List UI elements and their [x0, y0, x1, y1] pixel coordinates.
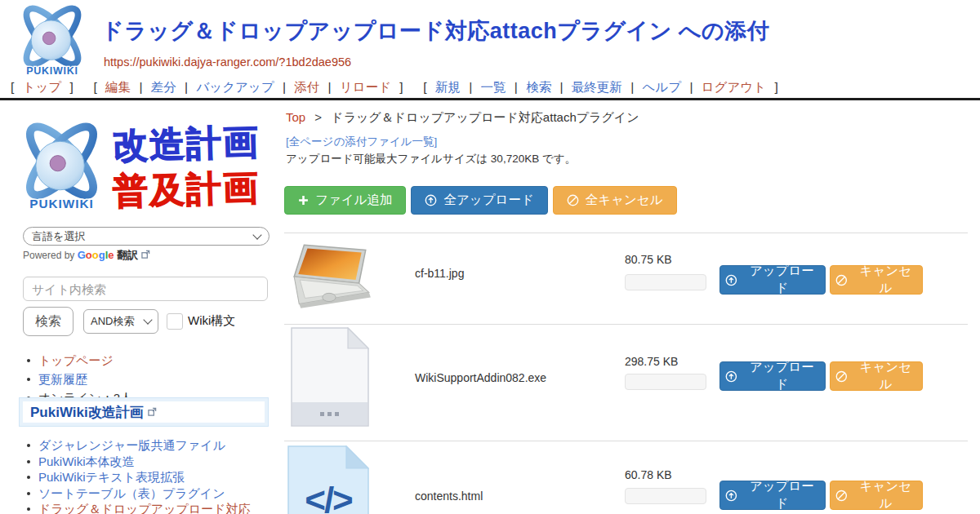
upload-button[interactable]: アップロード — [719, 265, 826, 295]
upload-progress-bar — [625, 274, 706, 290]
page-url-link[interactable]: https://pukiwiki.dajya-ranger.com/?1bd2d… — [104, 55, 351, 69]
bracket: [ — [423, 80, 426, 94]
bracket: [ — [11, 80, 14, 94]
row-divider — [284, 441, 968, 441]
sidebar-item-text-ext[interactable]: PukiWikiテキスト表現拡張 — [38, 470, 185, 484]
nav-item-logout[interactable]: ログアウト — [702, 80, 766, 94]
separator: | — [283, 80, 286, 94]
pukiwiki-logo[interactable] — [13, 3, 91, 82]
nav-item-help[interactable]: ヘルプ — [643, 80, 682, 94]
list-item: ダジャレンジャー版共通ファイル — [27, 438, 272, 452]
cancel-all-button[interactable]: 全キャンセル — [553, 186, 677, 215]
nav-item-reload[interactable]: リロード — [340, 80, 391, 94]
cancel-button[interactable]: キャンセル — [830, 265, 923, 295]
breadcrumb-home[interactable]: Top — [286, 110, 305, 124]
bracket: [ — [93, 80, 96, 94]
nav-bar: [ トップ ] [ 編集 | 差分 | バックアップ | 添付 | リロード ]… — [8, 79, 781, 96]
sidebar-logo-text-fukyu: 普及計画 — [112, 165, 260, 216]
upload-progress-bar — [625, 488, 706, 504]
cancel-button[interactable]: キャンセル — [830, 361, 923, 391]
file-name: contents.html — [415, 490, 483, 503]
nav-item-top[interactable]: トップ — [23, 80, 62, 94]
breadcrumb-current: ドラッグ＆ドロップアップロード対応attachプラグイン — [331, 110, 639, 124]
arrow-circle-up-icon — [725, 370, 737, 383]
atom-logo-icon — [15, 114, 109, 219]
external-link-icon — [141, 250, 150, 259]
sidebar-item-dnd-attach[interactable]: ドラッグ＆ドロップアップロード対応attachプラグイン — [38, 502, 272, 514]
nav-item-diff[interactable]: 差分 — [151, 80, 176, 94]
ban-icon — [835, 274, 848, 286]
upload-button[interactable]: アップロード — [719, 481, 826, 510]
sidebar-logo[interactable] — [15, 114, 109, 222]
wiki-syntax-checkbox[interactable] — [167, 313, 183, 330]
separator: | — [139, 80, 142, 94]
add-file-button[interactable]: ファイル追加 — [284, 186, 406, 215]
chevron-down-icon — [143, 315, 152, 324]
sidebar-item-history[interactable]: 更新履歴 — [38, 372, 87, 388]
file-name: WikiSupportAddin082.exe — [415, 371, 546, 384]
page-title: ドラッグ＆ドロップアップロード対応attachプラグイン への添付 — [101, 16, 769, 46]
google-translate-attribution: Powered by Google 翻訳 — [23, 248, 150, 263]
nav-item-backup[interactable]: バックアップ — [196, 80, 274, 94]
arrow-circle-up-icon — [725, 490, 737, 502]
nav-item-list[interactable]: 一覧 — [481, 80, 506, 94]
list-item: トップページ — [27, 353, 272, 369]
translate-link[interactable]: 翻訳 — [117, 249, 138, 261]
separator: | — [560, 80, 564, 94]
plus-icon — [298, 195, 309, 206]
sidebar-item-common-files[interactable]: ダジャレンジャー版共通ファイル — [38, 438, 225, 452]
arrow-circle-up-icon — [425, 194, 437, 206]
sidebar-item-toppage[interactable]: トップページ — [38, 353, 114, 369]
powered-by-label: Powered by — [23, 250, 74, 261]
sidebar-heading-pukiwiki-kaizo[interactable]: PukiWiki改造計画 — [20, 398, 268, 426]
search-mode-select[interactable]: AND検索 — [83, 309, 158, 334]
nav-item-attach[interactable]: 添付 — [294, 80, 319, 94]
ban-icon — [835, 370, 848, 383]
sidebar-item-sort-table[interactable]: ソートテーブル（表）プラグイン — [38, 486, 225, 500]
file-size: 60.78 KB — [625, 468, 672, 481]
arrow-circle-up-icon — [725, 274, 737, 286]
sidebar-logo-text-kaizo: 改造計画 — [112, 119, 260, 171]
bracket: ] — [774, 80, 777, 94]
row-divider — [284, 324, 968, 325]
search-button[interactable]: 検索 — [23, 307, 74, 336]
upload-button[interactable]: アップロード — [719, 361, 826, 391]
generic-file-icon — [291, 327, 369, 427]
separator: | — [630, 80, 634, 94]
language-select[interactable]: 言語を選択 — [23, 227, 270, 246]
language-select-value: 言語を選択 — [32, 229, 85, 244]
ban-icon — [835, 490, 848, 502]
sidebar-item-core-mod[interactable]: PukiWiki本体改造 — [38, 454, 135, 468]
cancel-button[interactable]: キャンセル — [830, 481, 923, 510]
all-pages-attach-list-link[interactable]: [全ページの添付ファイル一覧] — [286, 135, 437, 149]
file-size: 80.75 KB — [625, 253, 672, 266]
sidebar-main-links: ダジャレンジャー版共通ファイル PukiWiki本体改造 PukiWikiテキス… — [27, 438, 272, 514]
upload-all-button[interactable]: 全アップロード — [411, 186, 547, 215]
nav-item-edit[interactable]: 編集 — [105, 80, 131, 94]
file-size: 298.75 KB — [625, 355, 678, 368]
upload-progress-bar — [625, 374, 706, 390]
separator: | — [689, 80, 693, 94]
list-item: ドラッグ＆ドロップアップロード対応attachプラグイン — [27, 502, 272, 514]
external-link-icon — [148, 407, 157, 417]
ban-icon — [567, 194, 579, 206]
list-item: PukiWikiテキスト表現拡張 — [27, 470, 272, 484]
breadcrumb: Top > ドラッグ＆ドロップアップロード対応attachプラグイン — [286, 110, 639, 126]
chevron-down-icon — [252, 230, 261, 239]
nav-item-recent[interactable]: 最終更新 — [572, 80, 622, 94]
bracket: ] — [399, 80, 403, 94]
nav-item-new[interactable]: 新規 — [435, 80, 461, 94]
list-item: ソートテーブル（表）プラグイン — [27, 486, 272, 500]
row-divider — [284, 233, 968, 233]
pukiwiki-attach-page: { "header": { "title": "ドラッグ＆ドロップアップロード対… — [0, 0, 980, 514]
separator: | — [185, 80, 188, 94]
separator: | — [469, 80, 472, 94]
site-search-input[interactable] — [23, 277, 268, 301]
list-item: 更新履歴 — [27, 372, 272, 388]
upload-toolbar: ファイル追加 全アップロード 全キャンセル — [284, 186, 677, 215]
nav-item-search[interactable]: 検索 — [526, 80, 551, 94]
header-divider — [0, 98, 980, 100]
atom-logo-icon — [13, 3, 91, 78]
list-item: PukiWiki本体改造 — [27, 454, 272, 468]
google-logo: Google — [78, 249, 117, 261]
